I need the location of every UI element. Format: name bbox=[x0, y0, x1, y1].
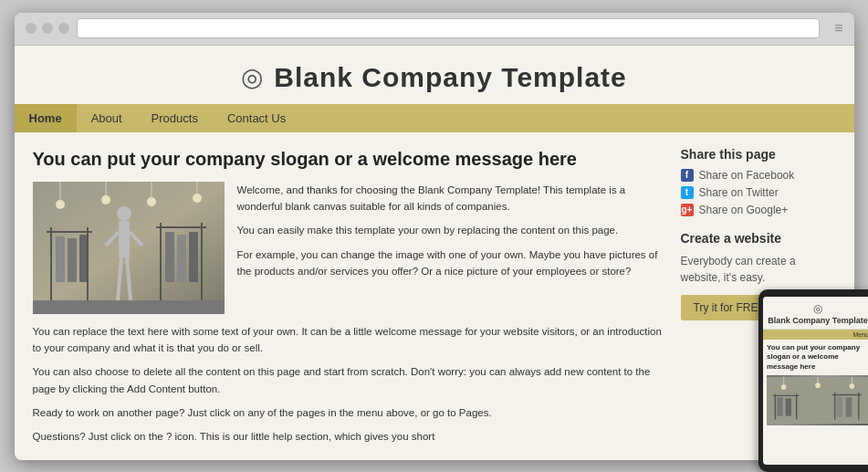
website: ◎ Blank Company Template Home About Prod… bbox=[15, 46, 854, 460]
mobile-preview: ◎ Blank Company Template Menu You can pu… bbox=[758, 289, 854, 460]
page-heading: You can put your company slogan or a wel… bbox=[33, 147, 663, 171]
facebook-icon: f bbox=[681, 169, 694, 182]
share-googleplus-label: Share on Google+ bbox=[699, 204, 789, 216]
mobile-store-image bbox=[767, 375, 854, 425]
share-section: Share this page f Share on Facebook t Sh… bbox=[681, 147, 836, 216]
browser-dot-red[interactable] bbox=[26, 23, 37, 34]
browser-menu-icon[interactable]: ≡ bbox=[834, 20, 842, 37]
store-image-inner bbox=[33, 182, 225, 314]
svg-point-7 bbox=[147, 197, 156, 206]
para5: You can also choose to delete all the co… bbox=[33, 363, 663, 397]
create-text: Everybody can create a website, it's eas… bbox=[681, 253, 836, 286]
svg-rect-39 bbox=[777, 397, 783, 416]
share-facebook-label: Share on Facebook bbox=[699, 169, 795, 182]
browser-dots bbox=[26, 23, 69, 34]
main-content: You can put your company slogan or a wel… bbox=[33, 147, 663, 446]
svg-rect-19 bbox=[165, 232, 174, 282]
share-heading: Share this page bbox=[681, 147, 836, 162]
svg-point-33 bbox=[815, 383, 821, 388]
svg-rect-45 bbox=[846, 397, 852, 416]
mobile-heading: You can put your company slogan or a wel… bbox=[767, 343, 854, 372]
svg-rect-44 bbox=[837, 396, 843, 416]
svg-rect-20 bbox=[177, 235, 186, 282]
googleplus-icon: g+ bbox=[681, 204, 694, 216]
site-title: Blank Company Template bbox=[274, 62, 627, 93]
svg-rect-15 bbox=[79, 235, 87, 282]
svg-point-5 bbox=[101, 195, 110, 205]
para6: Ready to work on another page? Just clic… bbox=[33, 404, 663, 421]
mobile-header: ◎ Blank Company Template bbox=[763, 297, 854, 330]
site-navigation: Home About Products Contact Us bbox=[15, 104, 854, 132]
browser-window: ≡ ◎ Blank Company Template Home About Pr… bbox=[15, 13, 854, 460]
mobile-title: Blank Company Template bbox=[767, 316, 854, 326]
browser-addressbar[interactable] bbox=[77, 18, 821, 38]
mobile-logo-icon: ◎ bbox=[767, 302, 854, 315]
create-heading: Create a website bbox=[681, 231, 836, 246]
share-twitter-label: Share on Twitter bbox=[699, 186, 779, 199]
para3: For example, you can change the image wi… bbox=[237, 246, 663, 280]
para7: Questions? Just click on the ? icon. Thi… bbox=[33, 428, 663, 445]
svg-rect-13 bbox=[56, 236, 65, 282]
svg-point-31 bbox=[781, 384, 787, 390]
svg-point-9 bbox=[193, 194, 202, 203]
para1: Welcome, and thanks for choosing the Bla… bbox=[237, 182, 663, 215]
svg-rect-40 bbox=[786, 398, 792, 416]
share-twitter[interactable]: t Share on Twitter bbox=[681, 186, 836, 199]
image-side-text: Welcome, and thanks for choosing the Bla… bbox=[237, 182, 663, 314]
site-header: ◎ Blank Company Template bbox=[15, 46, 854, 104]
para2: You can easily make this template your o… bbox=[237, 222, 663, 238]
mobile-screen: ◎ Blank Company Template Menu You can pu… bbox=[763, 297, 854, 460]
browser-dot-yellow[interactable] bbox=[42, 23, 53, 34]
svg-point-3 bbox=[56, 200, 65, 209]
svg-point-22 bbox=[117, 206, 131, 221]
nav-item-about[interactable]: About bbox=[77, 104, 137, 132]
svg-rect-21 bbox=[189, 232, 198, 282]
share-googleplus[interactable]: g+ Share on Google+ bbox=[681, 204, 836, 216]
nav-item-contact[interactable]: Contact Us bbox=[213, 104, 300, 132]
mobile-content: You can put your company slogan or a wel… bbox=[763, 340, 854, 429]
para4: You can replace the text here with some … bbox=[33, 323, 663, 357]
browser-dot-green[interactable] bbox=[58, 23, 69, 34]
nav-item-home[interactable]: Home bbox=[15, 104, 77, 132]
svg-rect-23 bbox=[119, 221, 130, 257]
svg-rect-28 bbox=[33, 300, 225, 314]
site-logo-icon: ◎ bbox=[241, 62, 263, 92]
svg-rect-14 bbox=[68, 238, 77, 282]
site-main: You can put your company slogan or a wel… bbox=[15, 132, 854, 460]
mobile-nav-bar: Menu bbox=[763, 330, 854, 340]
nav-item-products[interactable]: Products bbox=[137, 104, 213, 132]
share-facebook[interactable]: f Share on Facebook bbox=[681, 169, 836, 182]
twitter-icon: t bbox=[681, 186, 694, 199]
content-with-image: Welcome, and thanks for choosing the Bla… bbox=[33, 182, 663, 314]
browser-toolbar: ≡ bbox=[15, 13, 854, 46]
store-image bbox=[33, 182, 225, 314]
